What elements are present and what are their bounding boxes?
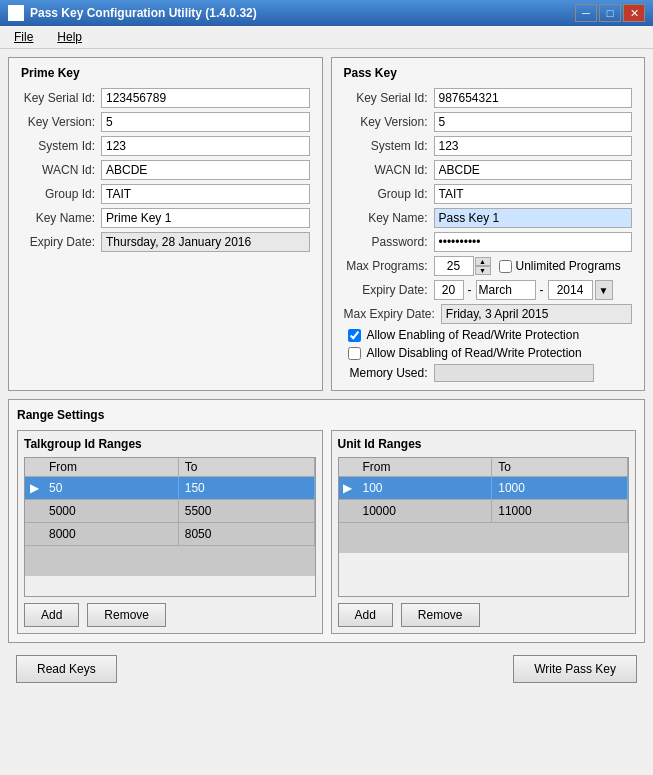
pass-maxexpiry-label: Max Expiry Date: [344,307,441,321]
expiry-day-input[interactable] [434,280,464,300]
pass-wacn-label: WACN Id: [344,163,434,177]
max-programs-input[interactable] [434,256,474,276]
talkgroup-to-1: 150 [179,477,315,499]
unit-to-header: To [492,458,628,476]
row-arrow-1: ▶ [25,479,43,497]
talkgroup-add-button[interactable]: Add [24,603,79,627]
prime-system-id-row: System Id: [21,136,310,156]
prime-key-panel: Prime Key Key Serial Id: Key Version: Sy… [8,57,323,391]
list-item[interactable]: ▶ 100 1000 [339,477,629,500]
prime-group-input[interactable] [101,184,310,204]
row-arrow-2 [25,509,43,513]
range-settings-panel: Range Settings Talkgroup Id Ranges From … [8,399,645,643]
spinner-buttons: ▲ ▼ [475,257,491,275]
talkgroup-from-3: 8000 [43,523,179,545]
unit-ranges-panel: Unit Id Ranges From To ▶ 100 1000 [331,430,637,634]
talkgroup-remove-button[interactable]: Remove [87,603,166,627]
pass-key-panel: Pass Key Key Serial Id: Key Version: Sys… [331,57,646,391]
pass-maxprograms-label: Max Programs: [344,259,434,273]
maximize-button[interactable]: □ [599,4,621,22]
talkgroup-spacer [25,546,315,576]
menu-help[interactable]: Help [51,28,88,46]
range-panels: Talkgroup Id Ranges From To ▶ 50 150 [17,430,636,634]
unit-ranges-body: ▶ 100 1000 10000 11000 [339,477,629,553]
talkgroup-to-3: 8050 [179,523,315,545]
memory-used-row: Memory Used: [344,364,633,382]
allow-disabling-checkbox[interactable] [348,347,361,360]
memory-used-label: Memory Used: [344,366,434,380]
pass-maxexpiry-row: Max Expiry Date: [344,304,633,324]
list-item[interactable]: 10000 11000 [339,500,629,523]
prime-key-version-input[interactable] [101,112,310,132]
calendar-button[interactable]: ▼ [595,280,613,300]
prime-key-version-row: Key Version: [21,112,310,132]
allow-enabling-label: Allow Enabling of Read/Write Protection [367,328,580,342]
read-keys-button[interactable]: Read Keys [16,655,117,683]
unit-remove-button[interactable]: Remove [401,603,480,627]
prime-group-row: Group Id: [21,184,310,204]
talkgroup-btn-row: Add Remove [24,603,316,627]
unit-ranges-title: Unit Id Ranges [338,437,630,451]
expiry-month-input[interactable] [476,280,536,300]
pass-password-label: Password: [344,235,434,249]
pass-group-row: Group Id: [344,184,633,204]
list-item[interactable]: 5000 5500 [25,500,315,523]
prime-key-version-label: Key Version: [21,115,101,129]
unlimited-programs-checkbox[interactable] [499,260,512,273]
unlimited-programs-label: Unlimited Programs [516,259,621,273]
spinner-up-button[interactable]: ▲ [475,257,491,266]
talkgroup-to-header: To [179,458,315,476]
pass-keyname-input[interactable] [434,208,633,228]
prime-wacn-row: WACN Id: [21,160,310,180]
spinner-down-button[interactable]: ▼ [475,266,491,275]
prime-key-serial-input[interactable] [101,88,310,108]
pass-password-row: Password: [344,232,633,252]
unit-from-1: 100 [357,477,493,499]
menu-file[interactable]: File [8,28,39,46]
unit-from-header: From [357,458,493,476]
allow-enabling-row: Allow Enabling of Read/Write Protection [344,328,633,342]
prime-keyname-input[interactable] [101,208,310,228]
list-item[interactable]: 8000 8050 [25,523,315,546]
prime-group-label: Group Id: [21,187,101,201]
expiry-year-input[interactable] [548,280,593,300]
talkgroup-ranges-header: From To [25,458,315,477]
prime-key-title: Prime Key [21,66,310,80]
pass-wacn-input[interactable] [434,160,633,180]
pass-keyname-label: Key Name: [344,211,434,225]
pass-system-id-label: System Id: [344,139,434,153]
pass-system-id-input[interactable] [434,136,633,156]
minimize-button[interactable]: ─ [575,4,597,22]
pass-group-input[interactable] [434,184,633,204]
unit-from-2: 10000 [357,500,493,522]
unlimited-programs-row: Unlimited Programs [499,259,621,273]
pass-key-version-label: Key Version: [344,115,434,129]
write-pass-key-button[interactable]: Write Pass Key [513,655,637,683]
allow-disabling-label: Allow Disabling of Read/Write Protection [367,346,582,360]
talkgroup-ranges-panel: Talkgroup Id Ranges From To ▶ 50 150 [17,430,323,634]
pass-key-serial-input[interactable] [434,88,633,108]
allow-enabling-checkbox[interactable] [348,329,361,342]
expiry-dash2: - [540,283,544,297]
pass-key-version-input[interactable] [434,112,633,132]
unit-add-button[interactable]: Add [338,603,393,627]
talkgroup-from-header: From [43,458,179,476]
prime-keyname-row: Key Name: [21,208,310,228]
expiry-inputs: - - ▼ [434,280,613,300]
prime-system-id-label: System Id: [21,139,101,153]
prime-key-serial-row: Key Serial Id: [21,88,310,108]
pass-key-serial-label: Key Serial Id: [344,91,434,105]
prime-system-id-input[interactable] [101,136,310,156]
prime-key-serial-label: Key Serial Id: [21,91,101,105]
unit-row-arrow-1: ▶ [339,479,357,497]
unit-ranges-list[interactable]: From To ▶ 100 1000 10000 [338,457,630,597]
top-panels: Prime Key Key Serial Id: Key Version: Sy… [8,57,645,391]
close-button[interactable]: ✕ [623,4,645,22]
unit-to-1: 1000 [492,477,628,499]
prime-expiry-row: Expiry Date: [21,232,310,252]
prime-wacn-input[interactable] [101,160,310,180]
talkgroup-ranges-list[interactable]: From To ▶ 50 150 5000 [24,457,316,597]
list-item[interactable]: ▶ 50 150 [25,477,315,500]
pass-password-input[interactable] [434,232,633,252]
expiry-dash1: - [468,283,472,297]
